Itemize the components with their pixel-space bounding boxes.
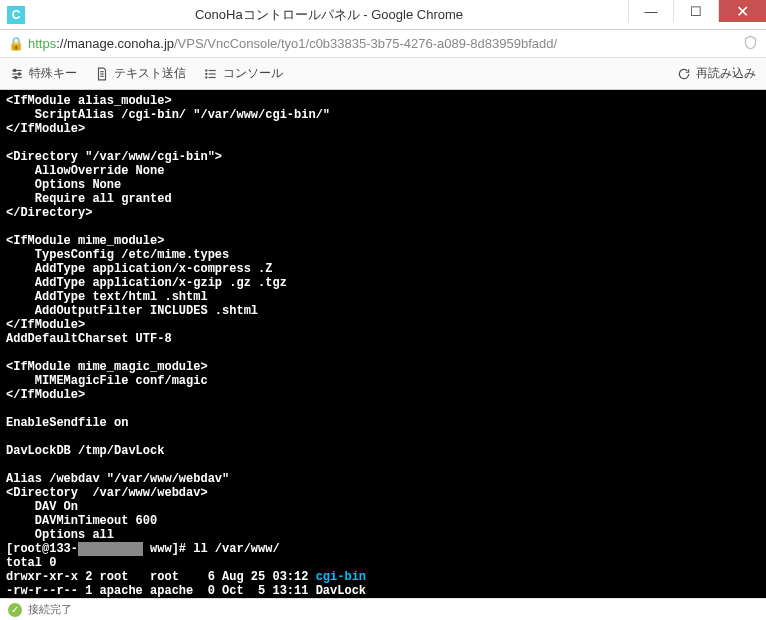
app-icon: C	[2, 1, 30, 29]
reload-button[interactable]: 再読み込み	[677, 65, 756, 82]
shield-icon[interactable]	[743, 35, 758, 53]
svg-point-4	[18, 72, 20, 74]
minimize-button[interactable]: —	[628, 0, 673, 22]
terminal-output[interactable]: <IfModule alias_module> ScriptAlias /cgi…	[0, 90, 766, 598]
document-icon	[95, 67, 109, 81]
lock-icon: 🔒	[8, 36, 24, 51]
status-bar: ✓ 接続完了	[0, 598, 766, 620]
window-title: ConoHaコントロールパネル - Google Chrome	[30, 6, 628, 24]
special-keys-button[interactable]: 特殊キー	[10, 65, 77, 82]
reload-icon	[677, 67, 691, 81]
url-text: https://manage.conoha.jp/VPS/VncConsole/…	[28, 36, 743, 51]
sliders-icon	[10, 67, 24, 81]
svg-point-12	[206, 69, 207, 70]
address-bar[interactable]: 🔒 https://manage.conoha.jp/VPS/VncConsol…	[0, 30, 766, 58]
window-titlebar: C ConoHaコントロールパネル - Google Chrome — ☐ ✕	[0, 0, 766, 30]
text-send-button[interactable]: テキスト送信	[95, 65, 186, 82]
svg-point-13	[206, 73, 207, 74]
maximize-button[interactable]: ☐	[673, 0, 718, 22]
close-button[interactable]: ✕	[718, 0, 766, 22]
console-button[interactable]: コンソール	[204, 65, 283, 82]
svg-point-3	[14, 69, 16, 71]
window-controls: — ☐ ✕	[628, 0, 766, 29]
status-check-icon: ✓	[8, 603, 22, 617]
svg-point-5	[15, 76, 17, 78]
status-text: 接続完了	[28, 602, 72, 617]
toolbar: 特殊キー テキスト送信 コンソール 再読み込み	[0, 58, 766, 90]
svg-point-14	[206, 76, 207, 77]
list-icon	[204, 67, 218, 81]
